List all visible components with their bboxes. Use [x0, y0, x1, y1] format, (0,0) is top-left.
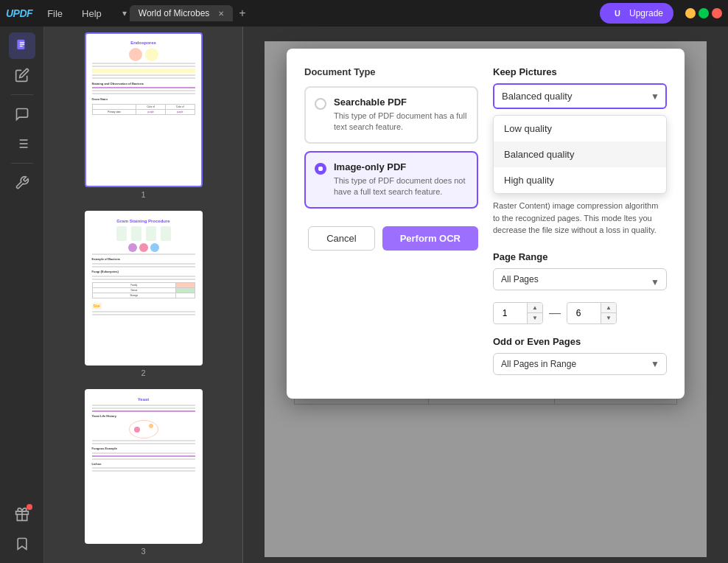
upgrade-button[interactable]: U Upgrade — [600, 3, 673, 24]
maximize-button[interactable]: ❐ — [699, 8, 709, 18]
page-to-decrement[interactable]: ▼ — [601, 313, 616, 324]
page-range-label: Page Range — [493, 251, 667, 262]
modal-dialog: Document Type Searchable PDF This type o… — [287, 49, 685, 399]
page-range-select-wrapper: All Pages ▼ — [493, 268, 667, 296]
cancel-button[interactable]: Cancel — [308, 226, 374, 251]
tab-close-button[interactable]: ✕ — [218, 10, 224, 18]
page-range-dash: — — [549, 307, 561, 320]
image-only-pdf-title: Image-only PDF — [334, 161, 468, 172]
app-logo: UPDF — [6, 7, 32, 19]
close-window-button[interactable]: ✕ — [712, 8, 722, 18]
quality-select[interactable]: Balanced quality Low quality High qualit… — [493, 83, 667, 109]
svg-rect-1 — [19, 42, 24, 43]
minimize-button[interactable]: — — [685, 8, 696, 18]
modal-overlay: Document Type Searchable PDF This type o… — [243, 27, 728, 563]
searchable-pdf-text: Searchable PDF This type of PDF document… — [334, 97, 468, 133]
odd-even-select[interactable]: All Pages in Range — [493, 353, 667, 375]
thumbnail-item-3[interactable]: Yeast Yeast Life History Fungous Example — [50, 389, 237, 556]
titlebar-right: U Upgrade — ❐ ✕ — [600, 3, 722, 24]
thumbnail-number-1: 1 — [141, 190, 145, 199]
modal-right-section: Keep Pictures Balanced quality Low quali… — [493, 66, 667, 381]
window-controls: — ❐ ✕ — [685, 8, 722, 18]
modal-left-section: Document Type Searchable PDF This type o… — [304, 66, 478, 381]
thumbnail-item-1[interactable]: Endospores Staining and Observation of B… — [50, 32, 237, 199]
tab-world-microbes[interactable]: World of Microbes ✕ — [130, 5, 233, 21]
thumbnail-image-3: Yeast Yeast Life History Fungous Example — [85, 389, 203, 544]
doc-type-options: Searchable PDF This type of PDF document… — [304, 86, 478, 209]
sidebar-icon-tools[interactable] — [9, 169, 35, 196]
titlebar: UPDF File Help ▾ World of Microbes ✕ + U… — [0, 0, 728, 27]
image-only-pdf-desc: This type of PDF document does not have … — [334, 175, 468, 198]
page-from-decrement[interactable]: ▼ — [528, 313, 542, 324]
page-range-inputs: 1 ▲ ▼ — 6 ▲ ▼ — [493, 302, 667, 324]
quality-dropdown-open: Low quality Balanced quality High qualit… — [493, 115, 667, 194]
dropdown-item-low[interactable]: Low quality — [494, 116, 666, 141]
perform-ocr-button[interactable]: Perform OCR — [382, 226, 478, 251]
thumbnail-number-3: 3 — [141, 547, 145, 556]
sidebar-icon-comment[interactable] — [9, 101, 35, 127]
main-layout: Endospores Staining and Observation of B… — [0, 27, 728, 563]
tab-title: World of Microbes — [139, 8, 209, 18]
option-searchable-pdf[interactable]: Searchable PDF This type of PDF document… — [304, 86, 478, 144]
sidebar-icon-bookmark[interactable] — [9, 531, 35, 557]
doc-type-label: Document Type — [304, 66, 478, 77]
keep-pictures-label: Keep Pictures — [493, 66, 667, 77]
tab-bar: ▾ World of Microbes ✕ + — [122, 5, 594, 21]
odd-even-select-wrapper: All Pages in Range ▼ — [493, 353, 667, 375]
modal-actions: Cancel Perform OCR — [304, 226, 478, 251]
odd-even-label: Odd or Even Pages — [493, 336, 667, 347]
menu-file[interactable]: File — [38, 5, 71, 22]
dropdown-item-high[interactable]: High quality — [494, 167, 666, 193]
sidebar-icon-list[interactable] — [9, 130, 35, 157]
thumbnail-item-2[interactable]: Gram Staining Procedure Example of Bacte… — [50, 211, 237, 377]
image-only-pdf-text: Image-only PDF This type of PDF document… — [334, 161, 468, 198]
gift-badge — [27, 504, 32, 510]
radio-image-only-pdf[interactable] — [315, 163, 326, 175]
sidebar-icon-document[interactable] — [9, 32, 35, 59]
page-from-spinner: 1 ▲ ▼ — [493, 302, 543, 324]
menu-bar: File Help — [38, 5, 111, 22]
thumbnail-panel: Endospores Staining and Observation of B… — [44, 27, 243, 563]
page-to-spinner-buttons: ▲ ▼ — [601, 303, 616, 324]
option-image-only-pdf[interactable]: Image-only PDF This type of PDF document… — [304, 151, 478, 209]
page-from-increment[interactable]: ▲ — [528, 303, 542, 313]
thumbnail-image-1: Endospores Staining and Observation of B… — [85, 32, 203, 187]
sidebar-divider-1 — [11, 94, 33, 95]
page-range-select[interactable]: All Pages — [493, 268, 667, 290]
sidebar-icon-edit[interactable] — [9, 62, 35, 88]
sidebar-divider-2 — [11, 163, 33, 164]
menu-help[interactable]: Help — [73, 5, 111, 22]
quality-select-wrapper: Balanced quality Low quality High qualit… — [493, 83, 667, 109]
user-avatar: U — [610, 6, 625, 21]
page-to-input[interactable]: 6 — [567, 304, 601, 323]
tab-dropdown-arrow[interactable]: ▾ — [122, 8, 127, 18]
searchable-pdf-title: Searchable PDF — [334, 97, 468, 108]
dropdown-item-balanced[interactable]: Balanced quality — [494, 141, 666, 167]
quality-description: Raster Content) image compression algori… — [493, 200, 667, 237]
page-from-input[interactable]: 1 — [494, 304, 527, 323]
svg-rect-2 — [19, 44, 24, 45]
thumbnail-image-2: Gram Staining Procedure Example of Bacte… — [85, 211, 203, 366]
thumbnail-number-2: 2 — [141, 368, 145, 377]
searchable-pdf-desc: This type of PDF document has a full tex… — [334, 111, 468, 133]
sidebar-icon-gift[interactable] — [9, 501, 35, 528]
upgrade-label: Upgrade — [629, 8, 663, 18]
content-area: Chapter End Endos that are and that a ha… — [243, 27, 728, 563]
page-from-spinner-buttons: ▲ ▼ — [527, 303, 542, 324]
page-to-spinner: 6 ▲ ▼ — [567, 302, 617, 324]
page-to-increment[interactable]: ▲ — [601, 303, 616, 313]
new-tab-button[interactable]: + — [233, 7, 251, 20]
sidebar-icons — [0, 27, 44, 563]
radio-searchable-pdf[interactable] — [315, 98, 326, 110]
svg-rect-3 — [19, 46, 22, 46]
